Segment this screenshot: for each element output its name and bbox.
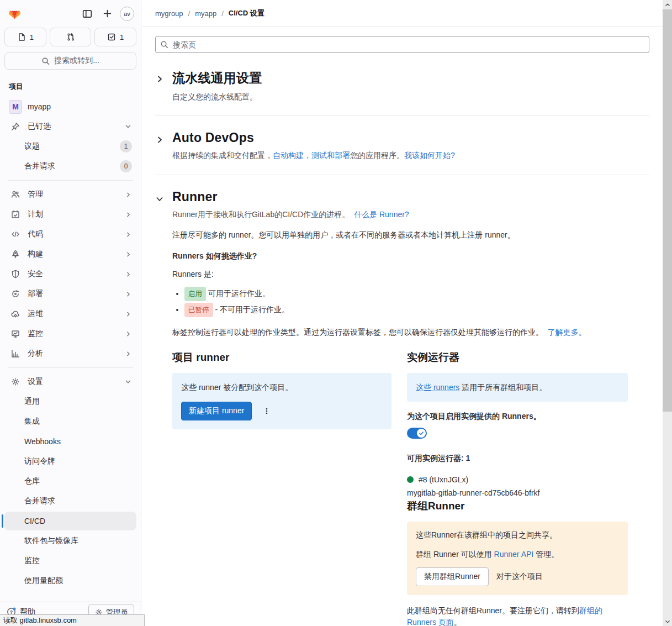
sidebar-item-manage[interactable]: 管理 <box>4 185 136 204</box>
sidebar-item-build[interactable]: 构建 <box>4 245 136 264</box>
sidebar-item-code[interactable]: 代码 <box>4 225 136 244</box>
sidebar-body: 项目 M myapp 已钉选 议题 1 合并请求 0 <box>0 73 141 590</box>
runner-pick-jobs-title: Runners 如何挑选作业? <box>172 250 649 262</box>
item-label: CI/CD <box>24 517 132 525</box>
section-description: 自定义您的流水线配置。 <box>172 91 649 102</box>
instance-runner-entry: #8 (tUxnJGLx) <box>407 475 628 484</box>
sidebar-item-settings-merge-requests[interactable]: 合并请求 <box>4 492 136 511</box>
sidebar-item-settings-packages[interactable]: 软件包与镜像库 <box>4 532 136 550</box>
sidebar: av 1 <box>0 0 141 626</box>
item-label: 软件包与镜像库 <box>24 536 132 546</box>
divider <box>8 180 133 181</box>
kebab-icon <box>263 407 271 415</box>
breadcrumb-project[interactable]: myapp <box>195 9 216 18</box>
rocket-icon <box>9 250 22 259</box>
create-new-button[interactable] <box>100 7 114 21</box>
sidebar-item-settings-access-tokens[interactable]: 访问令牌 <box>4 452 136 471</box>
sidebar-item-merge-requests[interactable]: 合并请求 0 <box>4 157 136 176</box>
users-icon <box>9 190 22 199</box>
learn-more-link[interactable]: 了解更多。 <box>548 328 586 336</box>
project-runners-panel: 这些 runner 被分配到这个项目。 新建项目 runner <box>172 373 391 429</box>
item-label: 计划 <box>28 209 119 219</box>
sidebar-item-plan[interactable]: 计划 <box>4 205 136 224</box>
expand-chevron-right-icon[interactable] <box>155 70 164 102</box>
browser-status-bar: 读取 gitlab.linuxsb.com <box>0 614 145 626</box>
chevron-right-icon <box>125 311 132 318</box>
sidebar-header: av <box>0 0 141 24</box>
project-runners-title: 项目 runner <box>172 350 391 365</box>
global-search-button[interactable]: 搜索或转到... <box>4 52 136 70</box>
issues-icon <box>17 33 26 41</box>
sidebar-item-settings-repository[interactable]: 仓库 <box>4 472 136 491</box>
sidebar-item-monitor[interactable]: 监控 <box>4 324 136 343</box>
text: 根据持续的集成和交付配置， <box>172 151 273 160</box>
gitlab-logo-icon[interactable] <box>7 6 22 21</box>
sidebar-item-secure[interactable]: 安全 <box>4 265 136 283</box>
text: 群组 Runner 可以使用 <box>416 550 494 559</box>
instance-runners-panel: 这些 runners 适用于所有群组和项目。 <box>407 373 628 402</box>
section-description: 根据持续的集成和交付配置，自动构建，测试和部署您的应用程序。我该如何开始? <box>172 150 649 161</box>
section-auto-devops: Auto DevOps 根据持续的集成和交付配置，自动构建，测试和部署您的应用程… <box>155 116 649 175</box>
item-label: 安全 <box>28 269 119 279</box>
collapse-sidebar-button[interactable] <box>80 7 94 21</box>
item-label: 监控 <box>28 329 119 339</box>
group-runners-empty-note: 此群组尚无任何群组Runner。要注册它们，请转到群组的 Runners 页面。 <box>407 605 628 626</box>
item-label: 合并请求 <box>24 161 114 171</box>
sidebar-item-analyze[interactable]: 分析 <box>4 344 136 363</box>
more-actions-button[interactable] <box>261 404 273 418</box>
breadcrumb-group[interactable]: mygroup <box>155 9 183 18</box>
merge-requests-count-button[interactable] <box>50 28 92 46</box>
item-label: Webhooks <box>24 437 132 446</box>
sidebar-section-label: 项目 <box>4 75 136 97</box>
sidebar-item-settings-monitor[interactable]: 监控 <box>4 551 136 570</box>
calendar-icon <box>9 210 22 219</box>
group-runners-text2: 群组 Runner 可以使用 Runner API 管理。 <box>416 550 619 560</box>
list-item: 启用 可用于运行作业。 <box>184 287 649 301</box>
online-status-icon <box>407 476 414 483</box>
sidebar-item-issues[interactable]: 议题 1 <box>4 137 136 156</box>
instance-runners-toggle[interactable] <box>407 428 427 439</box>
chevron-down-icon <box>124 123 132 130</box>
sidebar-item-deploy[interactable]: 部署 <box>4 285 136 303</box>
issues-count-button[interactable]: 1 <box>4 28 46 46</box>
section-title: Runner <box>172 190 649 204</box>
new-project-runner-button[interactable]: 新建项目 runner <box>181 402 252 420</box>
todos-count-button[interactable]: 1 <box>94 28 136 46</box>
settings-search-input[interactable] <box>155 36 649 53</box>
item-label: 访问令牌 <box>24 456 132 466</box>
expand-chevron-right-icon[interactable] <box>155 130 164 161</box>
sidebar-item-settings-general[interactable]: 通用 <box>4 392 136 411</box>
user-avatar[interactable]: av <box>120 7 134 21</box>
vertical-scrollbar[interactable] <box>663 0 672 626</box>
collapse-chevron-down-icon[interactable] <box>155 190 164 626</box>
scrollbar-thumb[interactable] <box>663 9 672 412</box>
sidebar-item-settings[interactable]: 设置 <box>4 372 136 391</box>
toggle-knob <box>417 429 426 438</box>
breadcrumb-separator: / <box>221 9 224 18</box>
disable-group-runners-button[interactable]: 禁用群组Runner <box>416 567 489 586</box>
sidebar-item-pinned[interactable]: 已钉选 <box>4 117 136 136</box>
sidebar-counts: 1 1 <box>0 24 141 46</box>
what-is-runner-link[interactable]: 什么是 Runner? <box>354 210 409 219</box>
chevron-right-icon <box>125 251 132 258</box>
breadcrumb: mygroup / myapp / CI/CD 设置 <box>155 8 264 18</box>
chevron-down-icon <box>124 378 132 386</box>
cloud-icon <box>9 309 22 318</box>
sidebar-item-settings-usage-quotas[interactable]: 使用量配额 <box>4 571 136 590</box>
sidebar-item-settings-cicd[interactable]: CI/CD <box>4 512 136 530</box>
sidebar-item-settings-webhooks[interactable]: Webhooks <box>4 432 136 451</box>
for-this-project-label: 对于这个项目 <box>496 572 543 582</box>
sidebar-item-operate[interactable]: 运维 <box>4 304 136 323</box>
auto-devops-docs-link[interactable]: 自动构建，测试和部署 <box>273 151 350 160</box>
list-item: 已暂停 - 不可用于运行作业。 <box>184 303 649 317</box>
runner-api-link[interactable]: Runner API <box>494 550 534 559</box>
sidebar-item-project-myapp[interactable]: M myapp <box>4 97 136 116</box>
sidebar-item-settings-integrations[interactable]: 集成 <box>4 412 136 431</box>
text: 管理。 <box>533 550 559 559</box>
these-runners-link[interactable]: 这些 runners <box>416 383 459 392</box>
issues-badge: 1 <box>120 140 132 152</box>
scroll-down-arrow-icon[interactable] <box>663 617 672 626</box>
scroll-up-arrow-icon[interactable] <box>663 0 672 9</box>
group-runners-title: 群组Runner <box>407 499 628 513</box>
how-to-start-link[interactable]: 我该如何开始? <box>404 151 455 160</box>
